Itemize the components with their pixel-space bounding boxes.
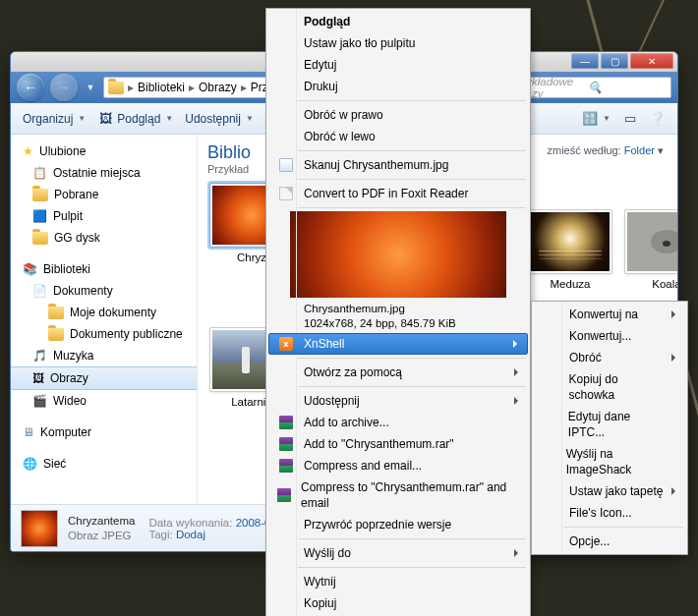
- share-button[interactable]: Udostępnij▼: [181, 109, 258, 129]
- rar-icon: [279, 416, 293, 429]
- subctx-wallpaper[interactable]: Ustaw jako tapetę: [534, 480, 685, 502]
- pictures-icon: 🖼: [32, 369, 44, 387]
- close-button[interactable]: ✕: [630, 53, 673, 69]
- breadcrumb-item[interactable]: Biblioteki: [138, 81, 185, 94]
- sidebar-item-videos[interactable]: 🎬Wideo: [11, 390, 197, 412]
- ctx-send-to[interactable]: Wyślij do: [268, 542, 528, 564]
- thumb-koala[interactable]: Koala: [622, 209, 678, 290]
- ctx-skanuj[interactable]: Skanuj Chrysanthemum.jpg: [268, 154, 528, 176]
- ctx-convert-pdf[interactable]: Convert to PDF in Foxit Reader: [268, 183, 528, 204]
- maximize-button[interactable]: ▢: [601, 53, 628, 69]
- help-button[interactable]: ❔: [646, 108, 669, 129]
- back-button[interactable]: ←: [17, 74, 44, 101]
- chevron-right-icon: ▸: [241, 81, 247, 94]
- ctx-compress-rar-email[interactable]: Compress to "Chrysanthemum.rar" and emai…: [268, 476, 528, 514]
- ctx-add-rar[interactable]: Add to "Chrysanthemum.rar": [268, 433, 528, 455]
- pdf-icon: [279, 187, 293, 200]
- chevron-right-icon: ▸: [189, 81, 195, 94]
- ctx-podglad[interactable]: Podgląd: [268, 11, 528, 32]
- chevron-down-icon: ▼: [246, 114, 254, 123]
- sidebar-favorites-header[interactable]: ★Ulubione: [11, 140, 197, 162]
- subctx-edit-iptc[interactable]: Edytuj dane IPTC...: [534, 406, 685, 443]
- chevron-right-icon: ▸: [128, 81, 134, 94]
- minimize-button[interactable]: —: [571, 53, 599, 69]
- sidebar-item-desktop[interactable]: 🟦Pulpit: [11, 205, 197, 227]
- preview-button[interactable]: 🖼 Podgląd▼: [93, 108, 177, 129]
- forward-button[interactable]: →: [50, 74, 78, 101]
- sidebar-item-ggdysk[interactable]: GG dysk: [11, 227, 197, 249]
- jellyfish-image: [531, 212, 610, 271]
- nav-history-dropdown[interactable]: ▼: [84, 83, 97, 92]
- rar-icon: [279, 459, 293, 473]
- preview-icon: 🖼: [97, 111, 113, 126]
- ctx-obroc-prawo[interactable]: Obróć w prawo: [268, 104, 528, 126]
- subctx-options[interactable]: Opcje...: [534, 531, 685, 552]
- folder-icon: [108, 82, 124, 94]
- chevron-down-icon: ▼: [78, 114, 86, 123]
- sidebar-libraries-header[interactable]: 📚Biblioteki: [11, 258, 197, 280]
- thumb-jellyfish[interactable]: Meduza: [526, 209, 614, 290]
- sidebar-item-documents[interactable]: 📄Dokumenty: [11, 280, 197, 302]
- ctx-compress-email[interactable]: Compress and email...: [268, 455, 528, 476]
- context-menu: Podgląd Ustaw jako tło pulpitu Edytuj Dr…: [265, 8, 531, 616]
- koala-image: [627, 212, 678, 271]
- sidebar: ★Ulubione 📋Ostatnie miejsca Pobrane 🟦Pul…: [11, 135, 198, 504]
- rar-icon: [277, 488, 291, 502]
- xnshell-icon: x: [279, 337, 293, 351]
- chevron-down-icon: ▼: [165, 114, 173, 123]
- scanner-icon: [279, 158, 293, 172]
- sidebar-item-music[interactable]: 🎵Muzyka: [11, 345, 197, 366]
- sidebar-item-downloads[interactable]: Pobrane: [11, 184, 197, 205]
- network-icon: 🌐: [23, 455, 37, 473]
- ctx-add-archive[interactable]: Add to archive...: [268, 412, 528, 433]
- help-icon: ❔: [650, 111, 666, 126]
- ctx-drukuj[interactable]: Drukuj: [268, 76, 528, 97]
- details-thumbnail: [21, 510, 58, 547]
- details-type: Obraz JPEG: [68, 529, 135, 543]
- star-icon: ★: [23, 142, 33, 160]
- ctx-ustaw-tlo[interactable]: Ustaw jako tło pulpitu: [268, 32, 528, 54]
- recent-icon: 📋: [32, 164, 47, 182]
- sidebar-network[interactable]: 🌐Sieć: [11, 453, 197, 475]
- ctx-cut[interactable]: Wytnij: [268, 571, 528, 592]
- ctx-open-with[interactable]: Otwórz za pomocą: [268, 362, 528, 383]
- sidebar-item-my-documents[interactable]: Moje dokumenty: [11, 302, 197, 323]
- subctx-files-icon[interactable]: File's Icon...: [534, 502, 685, 524]
- ctx-preview-meta: 1024x768, 24 bpp, 845.79 KiB: [304, 316, 522, 331]
- ctx-obroc-lewo[interactable]: Obróć w lewo: [268, 126, 528, 147]
- folder-icon: [48, 328, 64, 341]
- music-icon: 🎵: [32, 347, 47, 364]
- folder-icon: [32, 189, 48, 201]
- documents-icon: 📄: [32, 282, 47, 300]
- sidebar-item-pictures[interactable]: 🖼Obrazy: [11, 366, 197, 390]
- ctx-xnshell[interactable]: xXnShell: [268, 333, 528, 355]
- ctx-copy[interactable]: Kopiuj: [268, 592, 528, 614]
- rar-icon: [279, 437, 293, 451]
- view-options-button[interactable]: 🔠▼: [578, 108, 614, 129]
- arrange-by-link[interactable]: Folder: [624, 144, 655, 156]
- ctx-share[interactable]: Udostępnij: [268, 390, 528, 412]
- desktop-icon: 🟦: [32, 207, 47, 225]
- organize-button[interactable]: Organizuj▼: [19, 109, 89, 129]
- subctx-konwertuj[interactable]: Konwertuj...: [534, 325, 685, 347]
- video-icon: 🎬: [32, 392, 47, 410]
- sidebar-item-recent[interactable]: 📋Ostatnie miejsca: [11, 162, 197, 184]
- view-icon: 🔠: [582, 111, 598, 126]
- ctx-edytuj[interactable]: Edytuj: [268, 54, 528, 76]
- subctx-obroc[interactable]: Obróć: [534, 347, 685, 368]
- chevron-down-icon: ▼: [603, 114, 611, 123]
- preview-pane-button[interactable]: ▭: [618, 108, 642, 129]
- ctx-restore[interactable]: Przywróć poprzednie wersje: [268, 514, 528, 535]
- subctx-copy-clipboard[interactable]: Kopiuj do schowka: [534, 368, 685, 406]
- subctx-imageshack[interactable]: Wyślij na ImageShack: [534, 443, 685, 480]
- ctx-preview-image: [290, 211, 506, 298]
- folder-icon: [32, 232, 48, 245]
- subctx-konwertuj-na[interactable]: Konwertuj na: [534, 304, 685, 325]
- details-title: Chryzantema: [68, 514, 135, 529]
- breadcrumb-item[interactable]: Obrazy: [199, 81, 237, 94]
- ctx-preview-filename: Chrysanthemum.jpg: [304, 302, 522, 316]
- sidebar-item-public-documents[interactable]: Dokumenty publiczne: [11, 323, 197, 345]
- sidebar-computer[interactable]: 🖥Komputer: [11, 421, 197, 443]
- arrange-by: zmieść według: Folder ▾: [547, 144, 664, 157]
- details-tags[interactable]: Dodaj: [176, 529, 205, 540]
